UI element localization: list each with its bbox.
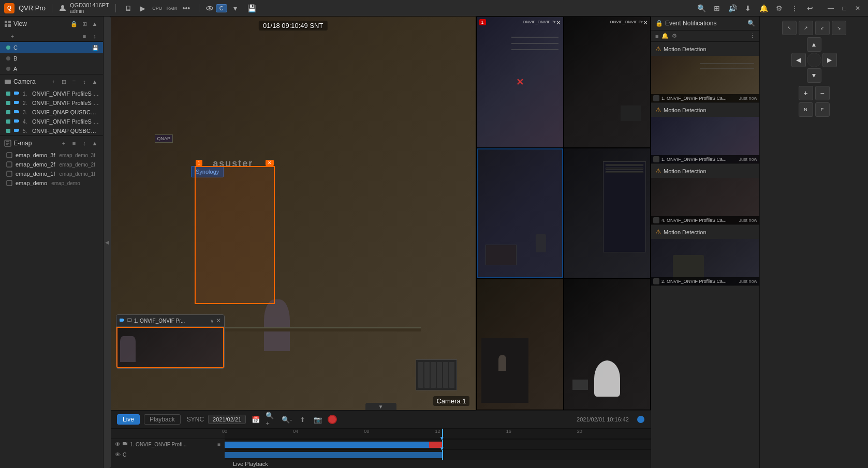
grid-camera-icon[interactable]: ⊞: [60, 78, 68, 86]
ptz-zoom-in-button[interactable]: +: [799, 86, 813, 100]
export-icon[interactable]: ⬆: [297, 414, 308, 425]
save-icon[interactable]: 💾: [92, 44, 99, 51]
bell-icon[interactable]: 🔔: [757, 2, 770, 14]
settings-icon[interactable]: ⚙: [773, 2, 785, 14]
ptz-focus-far-button[interactable]: F: [815, 102, 830, 117]
save-layout-icon[interactable]: 💾: [246, 2, 258, 14]
add-emap-icon[interactable]: +: [60, 139, 68, 147]
track-2-bar-area[interactable]: [225, 449, 651, 460]
popup-content[interactable]: [116, 327, 224, 368]
side-camera-1[interactable]: ONVIF_ONVIF Pr... 1 ✕ ✕: [477, 17, 564, 148]
side-camera-5[interactable]: [477, 279, 564, 410]
cpu-icon[interactable]: CPU: [151, 2, 164, 14]
layout-icon[interactable]: ⊞: [711, 2, 723, 14]
emap-item-1f[interactable]: emap_demo_1f emap_demo_1f: [0, 169, 103, 178]
sort-camera-icon[interactable]: ↕: [80, 78, 89, 86]
ram-icon[interactable]: RAM: [166, 2, 178, 14]
emap-section-header[interactable]: E-map + ≡ ↕ ▲: [0, 136, 103, 150]
view-badge[interactable]: C: [216, 4, 227, 12]
download-icon[interactable]: ⬇: [742, 2, 754, 14]
date-picker[interactable]: 2021/02/21: [208, 415, 246, 424]
playback-button[interactable]: Playback: [144, 414, 181, 425]
add-camera-icon[interactable]: +: [49, 78, 57, 86]
more-icon[interactable]: •••: [180, 2, 193, 14]
maximize-button[interactable]: □: [838, 2, 850, 14]
ptz-zoom-out-button[interactable]: −: [815, 86, 830, 100]
ptz-preset-1[interactable]: ↖: [782, 21, 797, 35]
track-1-filter-icon[interactable]: ≡: [217, 442, 220, 447]
history-icon[interactable]: ↩: [804, 2, 816, 14]
sidebar-collapse-button[interactable]: ◀: [104, 17, 111, 468]
view-indicator[interactable]: C ▾: [205, 2, 242, 14]
screenshot-icon[interactable]: 📷: [312, 414, 323, 425]
sync-button[interactable]: SYNC: [187, 416, 204, 423]
close-button[interactable]: ✕: [851, 2, 864, 14]
calendar-icon[interactable]: 📅: [250, 414, 261, 425]
monitor-icon[interactable]: 🖥: [122, 2, 135, 14]
emap-item-2f[interactable]: emap_demo_2f emap_demo_2f: [0, 160, 103, 169]
side-camera-6[interactable]: [564, 279, 651, 410]
bell-filter-icon[interactable]: 🔔: [661, 33, 669, 39]
side-camera-4[interactable]: [564, 148, 651, 279]
collapse-icon[interactable]: ▲: [91, 20, 99, 28]
add-view-icon[interactable]: +: [8, 32, 17, 40]
play-icon[interactable]: ▶: [137, 2, 149, 14]
ptz-down-button[interactable]: ▼: [807, 68, 821, 83]
live-button[interactable]: Live: [117, 414, 140, 425]
sidebar-item-view-b[interactable]: B: [0, 53, 103, 64]
sort-emap-icon[interactable]: ↕: [80, 139, 89, 147]
collapse-camera-icon[interactable]: ▲: [91, 78, 99, 86]
view-section-header[interactable]: View 🔒 ⊞ ▲: [0, 17, 103, 31]
track-1-bar-area[interactable]: [225, 439, 651, 449]
notif-3-thumbnail[interactable]: 4. ONVIF_ONVIF ProfileS Ca... Just now: [651, 178, 759, 224]
camera-item-2[interactable]: 2. ONVIF_ONVIF ProfileS Cameras: [0, 98, 103, 108]
detection-close-button[interactable]: ✕: [266, 160, 274, 166]
notif-2-thumbnail[interactable]: 1. ONVIF_ONVIF ProfileS Ca... Just now: [651, 117, 759, 163]
menu-icon[interactable]: ⋮: [788, 2, 801, 14]
camera-item-1[interactable]: 1. ONVIF_ONVIF ProfileS Cameras: [0, 89, 103, 98]
camera-item-5[interactable]: 5. ONVIF_QNAP QUSBCam2 (ch1): [0, 126, 103, 135]
ptz-preset-2[interactable]: ↗: [799, 21, 813, 35]
ptz-center[interactable]: [807, 53, 821, 67]
minimize-button[interactable]: —: [825, 2, 837, 14]
emap-item-3f[interactable]: emap_demo_3f emap_demo_3f: [0, 150, 103, 160]
gear-filter-icon[interactable]: ⚙: [672, 33, 677, 39]
ptz-focus-near-button[interactable]: N: [799, 102, 813, 117]
right-panel-search-icon[interactable]: 🔍: [747, 20, 755, 27]
volume-icon[interactable]: 🔊: [726, 2, 739, 14]
area-collapse-button[interactable]: ▼: [365, 403, 396, 410]
zoom-in-icon[interactable]: 🔍+: [266, 414, 277, 425]
filter-right-icon[interactable]: ⋮: [749, 33, 755, 39]
side-camera-3[interactable]: [477, 148, 564, 279]
main-camera-view[interactable]: asuster Synology QNAP: [111, 17, 477, 410]
sidebar-item-view-c[interactable]: C 💾: [0, 42, 103, 53]
grid-view-icon[interactable]: ⊞: [80, 20, 89, 28]
notif-4-thumbnail[interactable]: 2. ONVIF_ONVIF ProfileS Ca... Just now: [651, 239, 759, 285]
search-icon[interactable]: 🔍: [695, 2, 708, 14]
camera-item-4[interactable]: 4. ONVIF_ONVIF ProfileS Cameras: [0, 117, 103, 126]
track-2-eye-icon[interactable]: 👁: [115, 451, 121, 458]
popup-expand-icon[interactable]: ∨: [210, 318, 214, 324]
popup-close-button[interactable]: ✕: [216, 317, 221, 324]
track-1-eye-icon[interactable]: 👁: [115, 441, 121, 447]
ptz-preset-3[interactable]: ↙: [815, 21, 830, 35]
zoom-out-icon[interactable]: 🔍-: [281, 414, 292, 425]
ptz-preset-4[interactable]: ↘: [832, 21, 846, 35]
filter-icon[interactable]: ≡: [655, 33, 658, 39]
lock-icon[interactable]: 🔒: [70, 20, 78, 28]
chevron-down-icon[interactable]: ▾: [229, 2, 242, 14]
ptz-right-button[interactable]: ▶: [822, 53, 837, 67]
filter-camera-icon[interactable]: ≡: [70, 78, 78, 86]
ptz-up-button[interactable]: ▲: [807, 37, 821, 52]
window-controls[interactable]: — □ ✕: [825, 2, 864, 14]
ptz-left-button[interactable]: ◀: [791, 53, 806, 67]
cell-1-close[interactable]: ✕: [556, 19, 561, 26]
track-2-playhead[interactable]: [442, 450, 443, 460]
emap-item[interactable]: emap_demo emap_demo: [0, 178, 103, 188]
sort-icon[interactable]: ↕: [91, 32, 99, 40]
camera-section-header[interactable]: Camera + ⊞ ≡ ↕ ▲: [0, 74, 103, 89]
system-controls[interactable]: 🖥 ▶ CPU RAM •••: [122, 2, 193, 14]
filter-emap-icon[interactable]: ≡: [70, 139, 78, 147]
notif-1-thumbnail[interactable]: 1. ONVIF_ONVIF ProfileS Ca... Just now: [651, 56, 759, 102]
collapse-emap-icon[interactable]: ▲: [91, 139, 99, 147]
